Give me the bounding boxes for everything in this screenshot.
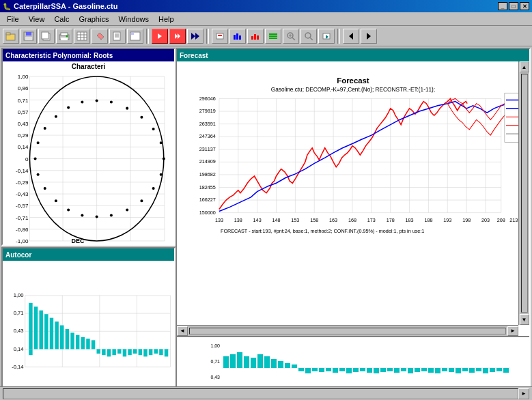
- forecast-panel: Forecast Forecast Gasoline.ctu; DECOMP.-…: [176, 48, 531, 399]
- svg-text:150000: 150000: [199, 210, 216, 216]
- toolbar-eraser[interactable]: [92, 29, 108, 44]
- svg-rect-129: [34, 306, 38, 349]
- scroll-track: [189, 328, 506, 334]
- forecast-scrollbar-v[interactable]: ▲ ▼: [518, 61, 529, 325]
- app-icon: 🐛: [3, 3, 11, 10]
- toolbar-bars3[interactable]: [265, 29, 281, 44]
- forecast-chart-area: Forecast Gasoline.ctu; DECOMP.-K=97,Cent…: [177, 61, 529, 336]
- svg-point-88: [152, 128, 155, 130]
- menu-help[interactable]: Help: [154, 14, 178, 25]
- svg-point-107: [140, 199, 143, 202]
- char-poly-title: Characteristic Polynomial: Roots: [3, 49, 174, 61]
- svg-marker-28: [195, 33, 199, 40]
- window-title: CaterpillarSSA - Gasoline.ctu: [14, 2, 117, 10]
- svg-rect-131: [44, 314, 48, 349]
- status-text: [3, 388, 518, 399]
- menu-graphics[interactable]: Graphics: [74, 14, 113, 25]
- svg-text:-0,57: -0,57: [16, 203, 29, 209]
- menu-view[interactable]: View: [25, 14, 49, 25]
- svg-rect-17: [113, 32, 120, 40]
- toolbar-copy[interactable]: [38, 29, 55, 44]
- left-panels: Characteristic Polynomial: Roots Charact…: [0, 46, 176, 400]
- svg-rect-250: [374, 368, 379, 373]
- svg-text:193: 193: [443, 217, 451, 223]
- toolbar-bars2[interactable]: [247, 29, 264, 44]
- svg-rect-146: [117, 349, 121, 354]
- svg-rect-36: [257, 35, 259, 40]
- svg-rect-230: [237, 352, 242, 368]
- svg-point-90: [126, 107, 128, 110]
- close-button[interactable]: ✕: [520, 2, 529, 10]
- toolbar-open[interactable]: [3, 29, 19, 44]
- maximize-button[interactable]: □: [509, 2, 518, 10]
- svg-rect-231: [244, 356, 249, 368]
- svg-text:1,00: 1,00: [210, 343, 220, 348]
- svg-marker-16: [97, 33, 104, 40]
- status-scrollbar-right[interactable]: ►: [518, 388, 529, 399]
- menu-windows[interactable]: Windows: [114, 14, 153, 25]
- toolbar-arrow-left[interactable]: [343, 29, 359, 44]
- svg-point-99: [37, 173, 40, 176]
- toolbar-export[interactable]: [318, 29, 335, 44]
- svg-rect-242: [319, 368, 324, 372]
- svg-rect-258: [428, 368, 434, 373]
- svg-rect-9: [61, 38, 68, 40]
- svg-text:Gasoline.ctu;    DECOMP.-K=97,: Gasoline.ctu; DECOMP.-K=97,Cent.(No); RE…: [271, 87, 435, 93]
- toolbar-zoom[interactable]: [283, 29, 299, 44]
- toolbar-search[interactable]: [300, 29, 317, 44]
- toolbar-bars[interactable]: [229, 29, 246, 44]
- toolbar-skip-forward[interactable]: [187, 29, 204, 44]
- forecast-title-text: Forecast: [180, 52, 208, 59]
- toolbar-sep3: [337, 29, 340, 44]
- scroll-right-btn[interactable]: ►: [507, 326, 518, 336]
- toolbar-table[interactable]: [74, 29, 90, 44]
- toolbar-play-red2[interactable]: [169, 29, 186, 44]
- svg-marker-26: [178, 33, 180, 39]
- menu-calc[interactable]: Calc: [50, 14, 73, 25]
- toolbar-tool1[interactable]: [212, 29, 228, 44]
- forecast-scrollbar-h[interactable]: ◄ ►: [177, 325, 518, 336]
- toolbar-play-red[interactable]: [152, 29, 168, 44]
- scroll-left-btn[interactable]: ◄: [177, 326, 188, 336]
- toolbar-document[interactable]: [109, 29, 126, 44]
- svg-rect-241: [312, 368, 318, 371]
- svg-rect-132: [50, 318, 53, 349]
- svg-rect-37: [269, 33, 277, 35]
- svg-rect-151: [143, 349, 147, 356]
- svg-text:188: 188: [424, 217, 432, 223]
- scroll-down-btn[interactable]: ▼: [520, 314, 529, 325]
- svg-rect-256: [415, 368, 420, 372]
- svg-point-103: [81, 214, 83, 216]
- svg-point-96: [44, 127, 46, 130]
- scroll-up-btn[interactable]: ▲: [520, 61, 529, 72]
- minimize-button[interactable]: _: [498, 2, 507, 10]
- svg-text:296046: 296046: [199, 96, 216, 102]
- svg-line-45: [310, 38, 313, 40]
- svg-rect-150: [139, 349, 142, 355]
- svg-point-86: [163, 157, 165, 160]
- char-poly-svg: 1,00 0,86 0,71 0,57 0,43 0,29 0,14 0 -0,…: [3, 72, 174, 244]
- svg-text:182455: 182455: [199, 184, 216, 190]
- svg-rect-247: [353, 368, 359, 372]
- svg-text:-0,43: -0,43: [16, 191, 29, 197]
- svg-rect-263: [462, 368, 468, 371]
- svg-rect-259: [435, 368, 440, 373]
- char-poly-panel: Characteristic Polynomial: Roots Charact…: [1, 48, 176, 246]
- toolbar-print[interactable]: [56, 29, 72, 44]
- svg-rect-234: [264, 356, 270, 368]
- menu-file[interactable]: File: [3, 14, 23, 25]
- svg-rect-264: [469, 368, 475, 373]
- toolbar-arrow-right[interactable]: [361, 29, 377, 44]
- svg-text:1,00: 1,00: [18, 74, 29, 80]
- svg-text:213: 213: [509, 217, 518, 223]
- svg-text:-0,14: -0,14: [16, 168, 29, 174]
- svg-rect-8: [61, 33, 68, 35]
- svg-rect-140: [92, 340, 95, 349]
- svg-rect-145: [112, 349, 115, 355]
- svg-text:0,86: 0,86: [18, 85, 29, 91]
- svg-text:173: 173: [367, 217, 376, 223]
- svg-text:158: 158: [310, 217, 318, 223]
- svg-rect-254: [401, 368, 406, 371]
- toolbar-save[interactable]: [20, 29, 37, 44]
- toolbar-grid[interactable]: [127, 29, 143, 44]
